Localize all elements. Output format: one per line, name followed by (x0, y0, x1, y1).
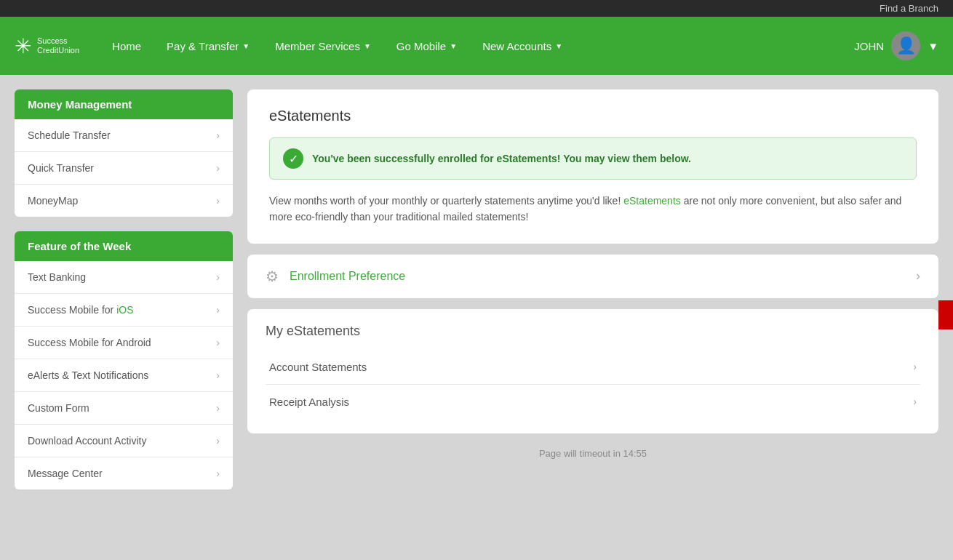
navbar: ✳ Success CreditUnion Home Pay & Transfe… (0, 17, 953, 75)
page-title: eStatements (269, 108, 917, 124)
receipt-analysis-chevron: › (913, 396, 917, 407)
my-estatements-card: My eStatements Account Statements › Rece… (247, 309, 938, 433)
logo[interactable]: ✳ Success CreditUnion (15, 34, 79, 58)
red-arrow-body (938, 300, 953, 329)
enrollment-left: ⚙ Enrollment Preference (266, 268, 405, 285)
enrollment-label: Enrollment Preference (290, 270, 405, 283)
timeout-text: Page will timeout in 14:55 (247, 444, 938, 463)
success-android-chevron: › (216, 337, 220, 348)
feature-of-week-header: Feature of the Week (15, 231, 233, 261)
description-text: View months worth of your monthly or qua… (269, 193, 917, 225)
receipt-analysis-item[interactable]: Receipt Analysis › (266, 385, 920, 419)
nav-links: Home Pay & Transfer ▼ Member Services ▼ … (101, 33, 854, 60)
moneymap-chevron: › (216, 195, 220, 207)
top-bar: Find a Branch (0, 0, 953, 17)
go-mobile-chevron: ▼ (450, 42, 457, 50)
success-check-icon: ✓ (283, 148, 303, 169)
sidebar-item-custom-form[interactable]: Custom Form › (15, 392, 233, 425)
content-area: eStatements ✓ You've been successfully e… (247, 89, 938, 504)
nav-go-mobile[interactable]: Go Mobile ▼ (386, 33, 468, 60)
sidebar-item-ealerts[interactable]: eAlerts & Text Notifications › (15, 359, 233, 392)
account-statements-item[interactable]: Account Statements › (266, 350, 920, 385)
sidebar-item-quick-transfer[interactable]: Quick Transfer › (15, 152, 233, 185)
sidebar: Money Management Schedule Transfer › Qui… (15, 89, 233, 504)
enrollment-chevron: › (916, 268, 920, 284)
sidebar-item-message-center[interactable]: Message Center › (15, 457, 233, 489)
nav-user-area: JOHN 👤 ▼ (854, 31, 938, 60)
main-content: Money Management Schedule Transfer › Qui… (0, 75, 953, 519)
estatements-card: eStatements ✓ You've been successfully e… (247, 89, 938, 244)
ealerts-chevron: › (216, 369, 220, 381)
user-chevron[interactable]: ▼ (928, 40, 938, 52)
schedule-transfer-chevron: › (216, 129, 220, 141)
sidebar-item-text-banking[interactable]: Text Banking › (15, 261, 233, 294)
text-banking-chevron: › (216, 271, 220, 283)
logo-icon: ✳ (15, 34, 31, 58)
sidebar-item-success-ios[interactable]: Success Mobile for iOS › (15, 294, 233, 327)
new-accounts-chevron: ▼ (555, 42, 562, 50)
custom-form-chevron: › (216, 402, 220, 414)
account-statements-chevron: › (913, 361, 917, 372)
success-banner: ✓ You've been successfully enrolled for … (269, 137, 917, 180)
member-services-chevron: ▼ (364, 42, 371, 50)
avatar-icon: 👤 (896, 36, 916, 55)
red-arrow-indicator (938, 286, 953, 344)
pay-transfer-chevron: ▼ (242, 42, 250, 50)
enrollment-preference-card[interactable]: ⚙ Enrollment Preference › (247, 255, 938, 298)
nav-home[interactable]: Home (101, 33, 152, 60)
success-banner-text: You've been successfully enrolled for eS… (312, 153, 691, 164)
highlight-estatements: eStatements (623, 195, 681, 207)
logo-text: Success CreditUnion (37, 36, 79, 55)
feature-of-week-section: Feature of the Week Text Banking › Succe… (15, 231, 233, 489)
avatar[interactable]: 👤 (891, 31, 920, 60)
sidebar-item-success-android[interactable]: Success Mobile for Android › (15, 327, 233, 359)
success-ios-chevron: › (216, 304, 220, 316)
sidebar-item-schedule-transfer[interactable]: Schedule Transfer › (15, 119, 233, 152)
money-management-section: Money Management Schedule Transfer › Qui… (15, 89, 233, 217)
sidebar-item-moneymap[interactable]: MoneyMap › (15, 185, 233, 217)
nav-member-services[interactable]: Member Services ▼ (264, 33, 382, 60)
my-estatements-title: My eStatements (266, 324, 920, 339)
user-name: JOHN (854, 40, 884, 52)
download-activity-chevron: › (216, 435, 220, 447)
quick-transfer-chevron: › (216, 162, 220, 174)
money-management-header: Money Management (15, 89, 233, 119)
nav-pay-transfer[interactable]: Pay & Transfer ▼ (156, 33, 260, 60)
gear-icon: ⚙ (266, 268, 279, 285)
message-center-chevron: › (216, 468, 220, 479)
sidebar-item-download-activity[interactable]: Download Account Activity › (15, 425, 233, 457)
find-branch-link[interactable]: Find a Branch (880, 3, 938, 14)
nav-new-accounts[interactable]: New Accounts ▼ (471, 33, 573, 60)
